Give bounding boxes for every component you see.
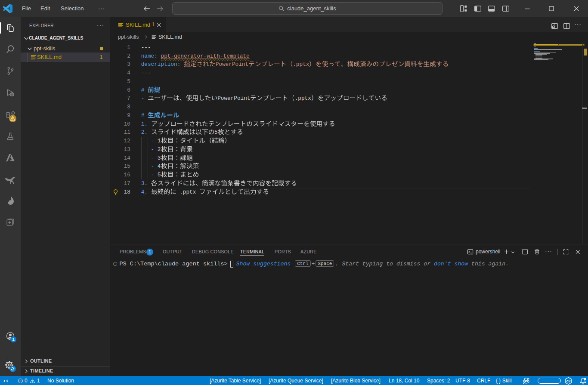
svg-text:C#: C# — [566, 379, 571, 383]
